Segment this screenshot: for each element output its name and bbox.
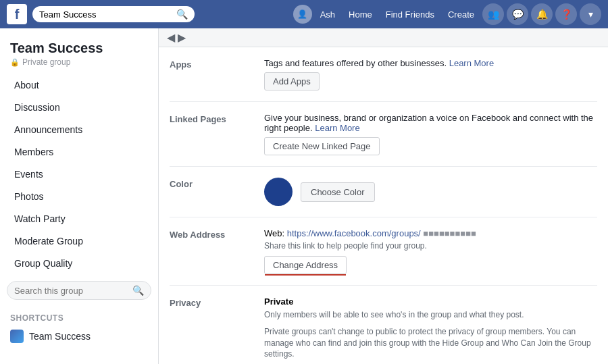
choose-color-button[interactable]: Choose Color bbox=[301, 182, 375, 202]
shortcut-group-icon bbox=[10, 330, 24, 343]
dropdown-icon-btn[interactable]: ▾ bbox=[580, 3, 601, 25]
web-address-label: Web Address bbox=[170, 228, 251, 240]
linked-pages-label: Linked Pages bbox=[170, 113, 251, 124]
web-address-share-text: Share this link to help people find your… bbox=[264, 241, 597, 251]
privacy-desc: Only members will be able to see who's i… bbox=[264, 309, 597, 321]
shortcut-label: Team Success bbox=[29, 331, 91, 342]
apps-description: Tags and features offered by other busin… bbox=[264, 58, 597, 68]
sidebar-search-icon: 🔍 bbox=[132, 285, 144, 296]
avatar-icon: 👤 bbox=[297, 9, 307, 19]
main-wrapper: Team Success 🔒 Private group About Discu… bbox=[0, 28, 608, 364]
color-circle[interactable] bbox=[264, 178, 293, 206]
color-content: Choose Color bbox=[264, 178, 597, 206]
notifications-icon-btn[interactable]: 🔔 bbox=[531, 3, 553, 25]
sidebar: Team Success 🔒 Private group About Discu… bbox=[0, 28, 159, 364]
add-apps-button[interactable]: Add Apps bbox=[264, 72, 320, 90]
nav-find-friends-link[interactable]: Find Friends bbox=[380, 7, 440, 22]
scroll-indicator: ◀ ▶ bbox=[159, 28, 608, 47]
sidebar-item-discussion[interactable]: Discussion bbox=[4, 97, 154, 118]
sidebar-item-moderate-group[interactable]: Moderate Group bbox=[4, 230, 154, 252]
group-type: 🔒 Private group bbox=[0, 57, 158, 74]
web-prefix: Web: bbox=[264, 228, 284, 238]
color-row: Color Choose Color bbox=[170, 167, 597, 217]
nav-links: 👤 Ash Home Find Friends Create 👥 💬 🔔 ❓ ▾ bbox=[293, 3, 601, 25]
apps-learn-more[interactable]: Learn More bbox=[449, 58, 494, 68]
avatar[interactable]: 👤 bbox=[293, 5, 312, 24]
global-search[interactable]: 🔍 bbox=[32, 6, 195, 22]
sidebar-search[interactable]: 🔍 bbox=[7, 281, 151, 300]
scroll-left-arrow[interactable]: ◀ bbox=[167, 31, 175, 44]
friends-icon-btn[interactable]: 👥 bbox=[482, 3, 504, 25]
shortcuts-label: Shortcuts bbox=[0, 307, 158, 326]
main-content: ◀ ▶ Apps Tags and features offered by ot… bbox=[159, 28, 608, 364]
messages-icon-btn[interactable]: 💬 bbox=[507, 3, 528, 25]
nav-create-link[interactable]: Create bbox=[442, 7, 480, 22]
privacy-row: Privacy Private Only members will be abl… bbox=[170, 286, 597, 364]
sidebar-item-watch-party[interactable]: Watch Party bbox=[4, 208, 154, 230]
web-address-url-line: Web: https://www.facebook.com/groups/ ■■… bbox=[264, 228, 597, 238]
sidebar-item-events[interactable]: Events bbox=[4, 163, 154, 185]
color-label: Color bbox=[170, 178, 251, 189]
shortcut-team-success[interactable]: Team Success bbox=[0, 326, 158, 347]
web-address-url-suffix: ■■■■■■■■■■ bbox=[423, 228, 476, 238]
web-address-content: Web: https://www.facebook.com/groups/ ■■… bbox=[264, 228, 597, 274]
apps-content: Tags and features offered by other busin… bbox=[264, 58, 597, 90]
linked-pages-description: Give your business, brand or organizatio… bbox=[264, 113, 597, 133]
nav-home-link[interactable]: Home bbox=[343, 7, 378, 22]
search-icon: 🔍 bbox=[176, 9, 188, 20]
web-address-url[interactable]: https://www.facebook.com/groups/ bbox=[287, 228, 421, 238]
linked-pages-content: Give your business, brand or organizatio… bbox=[264, 113, 597, 155]
linked-pages-learn-more[interactable]: Learn More bbox=[315, 123, 359, 133]
sidebar-item-announcements[interactable]: Announcements bbox=[4, 119, 154, 140]
sidebar-item-photos[interactable]: Photos bbox=[4, 186, 154, 207]
settings-container: Apps Tags and features offered by other … bbox=[159, 47, 608, 364]
web-address-row: Web Address Web: https://www.facebook.co… bbox=[170, 217, 597, 286]
facebook-logo: f bbox=[7, 4, 27, 24]
search-input[interactable] bbox=[39, 9, 174, 20]
sidebar-item-members[interactable]: Members bbox=[4, 141, 154, 163]
change-address-button[interactable]: Change Address bbox=[264, 256, 347, 274]
settings-content: Apps Tags and features offered by other … bbox=[159, 47, 608, 364]
linked-pages-row: Linked Pages Give your business, brand o… bbox=[170, 102, 597, 167]
sidebar-item-group-quality[interactable]: Group Quality bbox=[4, 253, 154, 274]
apps-row: Apps Tags and features offered by other … bbox=[170, 47, 597, 102]
group-name: Team Success bbox=[0, 36, 158, 57]
color-section: Choose Color bbox=[264, 178, 597, 206]
nav-user-name[interactable]: Ash bbox=[315, 7, 340, 22]
sidebar-item-about[interactable]: About bbox=[4, 74, 154, 96]
sidebar-search-input[interactable] bbox=[14, 286, 132, 296]
privacy-note: Private groups can't change to public to… bbox=[264, 326, 597, 360]
create-linked-page-button[interactable]: Create New Linked Page bbox=[264, 137, 380, 155]
privacy-label: Privacy bbox=[170, 296, 251, 308]
help-icon-btn[interactable]: ❓ bbox=[555, 3, 577, 25]
lock-icon: 🔒 bbox=[10, 58, 20, 67]
scroll-right-arrow[interactable]: ▶ bbox=[178, 31, 186, 44]
apps-label: Apps bbox=[170, 58, 251, 70]
privacy-content: Private Only members will be able to see… bbox=[264, 296, 597, 360]
privacy-title: Private bbox=[264, 296, 597, 307]
top-navigation: f 🔍 👤 Ash Home Find Friends Create 👥 💬 🔔… bbox=[0, 0, 608, 28]
